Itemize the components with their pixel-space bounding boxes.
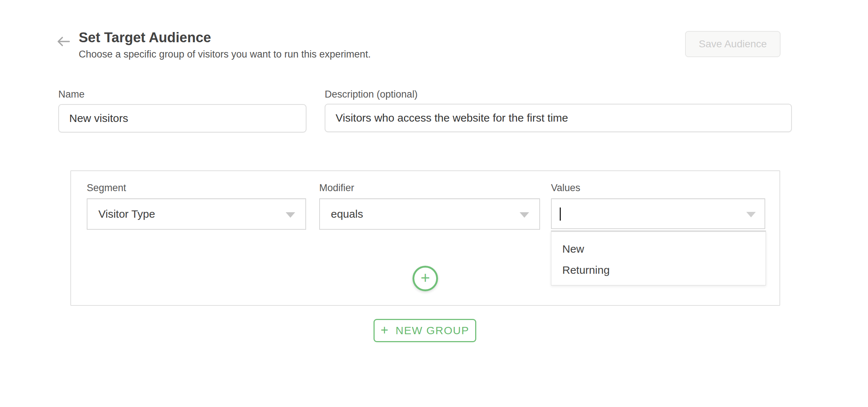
values-combobox[interactable] [551,198,765,229]
page-subtitle: Choose a specific group of visitors you … [79,49,371,60]
dropdown-option-returning[interactable]: Returning [551,260,766,281]
chevron-down-icon [520,212,529,218]
add-condition-button[interactable]: + [413,266,438,291]
dropdown-option-new[interactable]: New [551,238,766,260]
back-arrow-icon [55,44,72,51]
description-label: Description (optional) [325,89,418,100]
values-label: Values [551,182,580,194]
name-label: Name [58,89,85,100]
modifier-label: Modifier [319,182,354,194]
back-button[interactable] [55,33,72,50]
segment-select[interactable]: Visitor Type [87,198,306,230]
segment-select-value: Visitor Type [98,199,155,229]
plus-icon: + [381,323,388,338]
chevron-down-icon [746,212,756,217]
chevron-down-icon [286,212,295,218]
description-input[interactable] [325,104,792,132]
modifier-select[interactable]: equals [319,198,540,230]
plus-icon: + [421,270,430,286]
name-input[interactable] [58,104,306,133]
values-dropdown-list: New Returning [551,230,766,285]
save-audience-button[interactable]: Save Audience [685,31,781,57]
new-group-button-label: NEW GROUP [396,324,469,337]
new-group-button[interactable]: + NEW GROUP [374,319,476,342]
page-title: Set Target Audience [79,30,211,46]
text-cursor [560,208,561,221]
modifier-select-value: equals [331,199,363,229]
segment-label: Segment [87,182,126,194]
